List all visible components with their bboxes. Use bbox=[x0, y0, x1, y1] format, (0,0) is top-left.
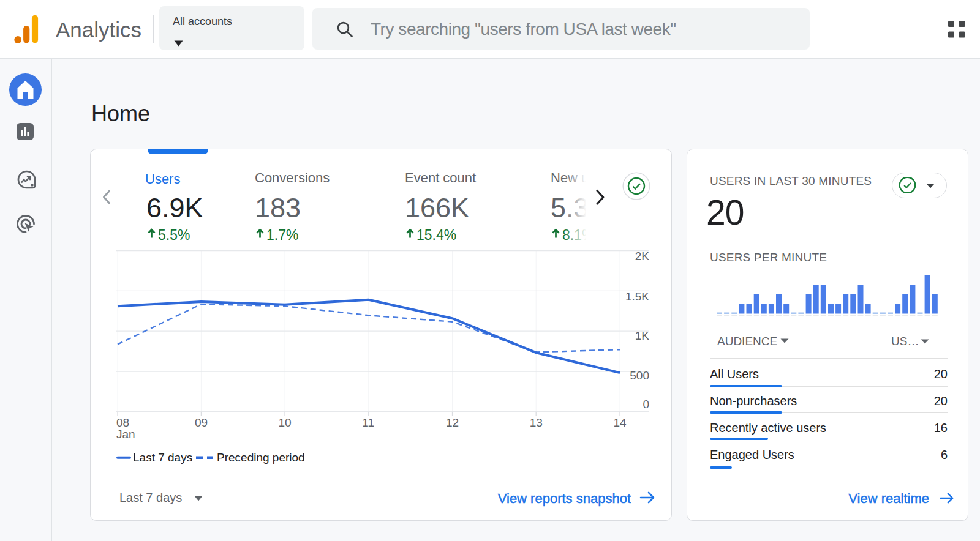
svg-text:08: 08 bbox=[116, 416, 129, 429]
svg-text:13: 13 bbox=[530, 416, 543, 429]
svg-text:500: 500 bbox=[630, 369, 649, 382]
svg-text:14: 14 bbox=[614, 416, 627, 429]
svg-text:Jan: Jan bbox=[116, 428, 135, 441]
svg-text:0: 0 bbox=[643, 398, 649, 411]
svg-text:Last 7 days: Last 7 days bbox=[133, 451, 192, 464]
svg-text:2K: 2K bbox=[635, 250, 650, 263]
svg-text:1.5K: 1.5K bbox=[625, 290, 649, 303]
svg-text:09: 09 bbox=[195, 416, 208, 429]
svg-text:Preceding period: Preceding period bbox=[217, 451, 305, 464]
svg-text:12: 12 bbox=[446, 416, 459, 429]
svg-text:10: 10 bbox=[279, 416, 292, 429]
svg-text:11: 11 bbox=[362, 416, 374, 429]
svg-text:1K: 1K bbox=[635, 329, 650, 342]
